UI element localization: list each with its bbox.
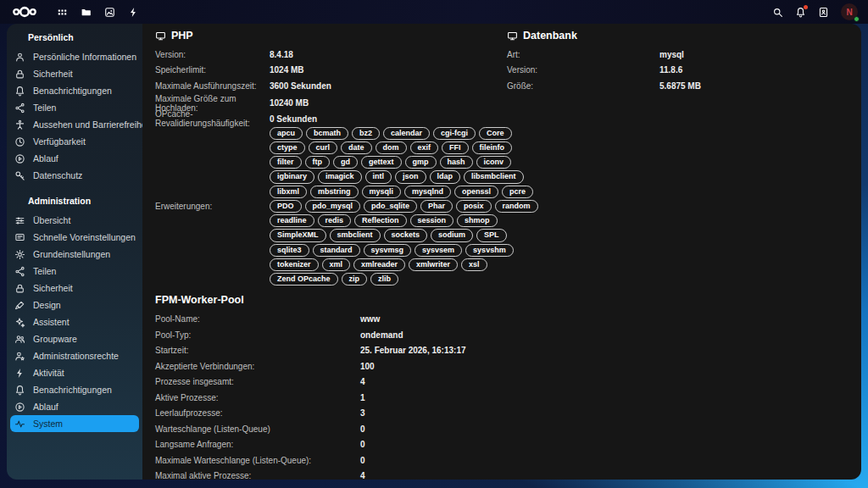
people-icon bbox=[14, 334, 25, 345]
search-icon[interactable] bbox=[772, 7, 783, 18]
extension-pill-row: igbinaryimagickintljsonldaplibsmbclient bbox=[270, 170, 538, 183]
row-value: 1 bbox=[360, 393, 507, 402]
sidebar-item-system[interactable]: System bbox=[10, 415, 139, 432]
sidebar-item-aktivität[interactable]: Aktivität bbox=[10, 364, 139, 381]
row-value: 1024 MB bbox=[270, 65, 507, 75]
extension-pill-row: filterftpgdgettextgmphashiconv bbox=[270, 156, 538, 169]
sidebar-item-label: Schnelle Voreinstellungen bbox=[33, 232, 136, 242]
extension-pill: gettext bbox=[361, 156, 402, 169]
php-extensions: Erweiterungen: apcubcmathbz2calendarcgi-… bbox=[155, 127, 507, 286]
sidebar-item-label: Ablauf bbox=[33, 402, 58, 412]
admin-icon bbox=[14, 351, 25, 362]
info-row: Maximale Ausführungszeit:3600 Sekunden bbox=[155, 78, 507, 94]
sidebar-item-label: Teilen bbox=[33, 266, 56, 276]
sidebar-item-assistent[interactable]: Assistent bbox=[10, 313, 139, 330]
extension-pill-row: ctypecurldatedomexifFFIfileinfo bbox=[270, 141, 538, 154]
sidebar-item-teilen[interactable]: Teilen bbox=[10, 263, 139, 280]
extension-pill: Reflection bbox=[354, 214, 407, 227]
sidebar-item-übersicht[interactable]: Übersicht bbox=[10, 212, 139, 229]
row-label: Akzeptierte Verbindungen: bbox=[155, 362, 360, 371]
extension-pill: mbstring bbox=[310, 186, 359, 198]
extension-pill-row: SimpleXMLsmbclientsocketssodiumSPL bbox=[270, 229, 538, 241]
sidebar-item-label: Design bbox=[33, 300, 61, 310]
sidebar-item-design[interactable]: Design bbox=[10, 297, 139, 313]
info-row: Version:11.8.6 bbox=[507, 63, 853, 79]
row-label: Pool-Typ: bbox=[155, 330, 360, 340]
php-info-rows: Version:8.4.18Speicherlimit:1024 MBMaxim… bbox=[155, 47, 507, 125]
sidebar-item-sicherheit[interactable]: Sicherheit bbox=[10, 65, 139, 82]
brush-icon bbox=[14, 300, 25, 311]
sidebar-personal-list: Persönliche InformationenSicherheitBenac… bbox=[10, 48, 139, 184]
extension-pill-row: Zend OPcachezipzlib bbox=[270, 273, 538, 286]
extensions-label: Erweiterungen: bbox=[155, 202, 270, 211]
extension-pill-row: tokenizerxmlxmlreaderxmlwriterxsl bbox=[270, 258, 538, 271]
sidebar-item-benachrichtigungen[interactable]: Benachrichtigungen bbox=[10, 82, 139, 99]
sidebar-item-administrationsrechte[interactable]: Administrationsrechte bbox=[10, 347, 139, 364]
sidebar-item-label: Benachrichtigungen bbox=[33, 385, 112, 395]
sidebar-item-persönliche-informationen[interactable]: Persönliche Informationen bbox=[10, 48, 139, 65]
extension-pill: dom bbox=[376, 141, 407, 154]
extension-pill: Zend OPcache bbox=[270, 273, 338, 286]
extension-pill: ldap bbox=[430, 170, 461, 183]
sidebar-item-verfügbarkeit[interactable]: Verfügbarkeit bbox=[10, 133, 139, 150]
info-row: Art:mysql bbox=[507, 47, 853, 63]
row-label: Leerlaufprozesse: bbox=[155, 408, 360, 418]
avatar[interactable]: N bbox=[841, 3, 858, 20]
info-row: OPcache-Revalidierungshäufigkeit:0 Sekun… bbox=[155, 109, 507, 125]
sidebar-item-ablauf[interactable]: Ablauf bbox=[10, 150, 139, 167]
sidebar-item-ablauf[interactable]: Ablauf bbox=[10, 398, 139, 415]
dashboard-icon[interactable] bbox=[57, 7, 68, 18]
fpm-info-rows: Pool-Name:wwwPool-Typ:ondemandStartzeit:… bbox=[155, 311, 507, 480]
online-status-icon bbox=[854, 16, 860, 22]
sidebar-item-schnelle-voreinstellungen[interactable]: Schnelle Voreinstellungen bbox=[10, 229, 139, 246]
nextcloud-logo-icon[interactable] bbox=[10, 5, 39, 19]
row-label: OPcache-Revalidierungshäufigkeit: bbox=[155, 109, 270, 128]
app-navigation bbox=[57, 7, 139, 18]
info-row: Aktive Prozesse:1 bbox=[155, 390, 507, 406]
monitor-icon bbox=[507, 30, 518, 42]
right-column: Datenbank Art:mysqlVersion:11.8.6Größe:5… bbox=[507, 27, 853, 480]
extension-pill: ftp bbox=[305, 156, 331, 169]
extension-pill: apcu bbox=[270, 127, 303, 140]
row-label: Startzeit: bbox=[155, 346, 360, 355]
row-label: Größe: bbox=[507, 81, 659, 91]
top-bar: N bbox=[0, 0, 868, 24]
sidebar-item-benachrichtigungen[interactable]: Benachrichtigungen bbox=[10, 381, 139, 398]
sidebar-item-sicherheit[interactable]: Sicherheit bbox=[10, 280, 139, 297]
contacts-icon[interactable] bbox=[818, 7, 829, 18]
extension-pill: redis bbox=[318, 214, 352, 227]
sidebar-item-teilen[interactable]: Teilen bbox=[10, 99, 139, 116]
extension-pill: bcmath bbox=[306, 127, 348, 140]
files-icon[interactable] bbox=[81, 7, 92, 18]
extension-pill: tokenizer bbox=[270, 258, 319, 271]
sidebar-admin-list: ÜbersichtSchnelle VoreinstellungenGrunde… bbox=[10, 212, 139, 432]
row-value: 3 bbox=[360, 408, 507, 418]
extension-pill: standard bbox=[313, 244, 360, 257]
sidebar-caption-personal: Persönlich bbox=[28, 32, 139, 42]
extension-pill: FFI bbox=[442, 141, 469, 154]
extension-pill: pdo_mysql bbox=[305, 200, 361, 213]
sidebar-item-datenschutz[interactable]: Datenschutz bbox=[10, 167, 139, 184]
monitor-icon bbox=[155, 30, 166, 42]
sidebar-item-grundeinstellungen[interactable]: Grundeinstellungen bbox=[10, 246, 139, 263]
info-row: Version:8.4.18 bbox=[155, 47, 507, 63]
row-label: Langsame Anfragen: bbox=[155, 440, 360, 449]
extension-pill-row: apcubcmathbz2calendarcgi-fcgiCore bbox=[270, 127, 538, 140]
info-row: Warteschlange (Listen-Queue)0 bbox=[155, 421, 507, 437]
avatar-initial: N bbox=[846, 8, 852, 17]
photos-icon[interactable] bbox=[104, 7, 115, 18]
extension-pill: posix bbox=[456, 200, 492, 213]
info-row: Maximal aktive Prozesse:4 bbox=[155, 468, 507, 480]
notifications-icon[interactable] bbox=[795, 7, 806, 18]
extension-pill: pdo_sqlite bbox=[364, 200, 417, 213]
fpm-section-title: FPM-Worker-Pool bbox=[155, 293, 507, 307]
fpm-title-text: FPM-Worker-Pool bbox=[155, 294, 244, 306]
sidebar-item-aussehen-und-barrierefreiheit[interactable]: Aussehen und Barrierefreiheit bbox=[10, 116, 139, 133]
sidebar-item-groupware[interactable]: Groupware bbox=[10, 330, 139, 347]
extension-pill-row: PDOpdo_mysqlpdo_sqlitePharposixrandom bbox=[270, 200, 538, 213]
row-value: 10240 MB bbox=[270, 98, 507, 108]
activity-icon[interactable] bbox=[128, 7, 139, 18]
share-icon bbox=[14, 103, 25, 114]
database-section-title: Datenbank bbox=[507, 29, 853, 42]
info-row: Startzeit:25. Februar 2026, 16:13:17 bbox=[155, 342, 507, 358]
